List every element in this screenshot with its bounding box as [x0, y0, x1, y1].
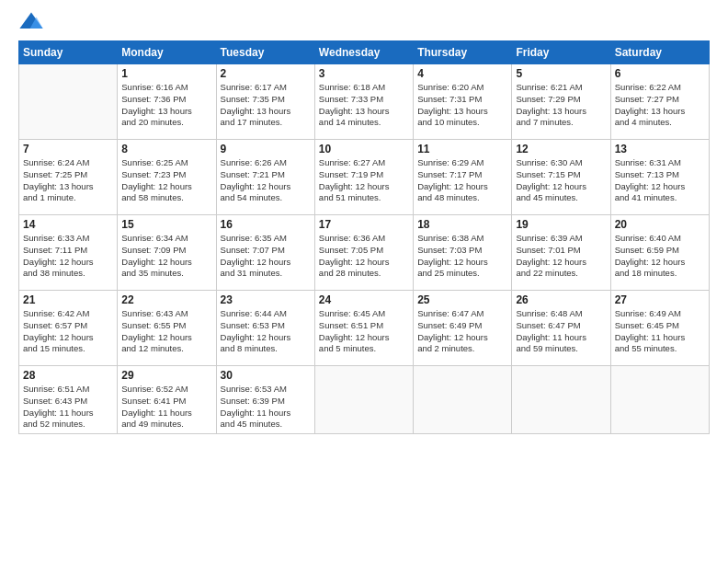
calendar-cell: 7Sunrise: 6:24 AM Sunset: 7:25 PM Daylig…	[19, 140, 118, 215]
day-info: Sunrise: 6:52 AM Sunset: 6:41 PM Dayligh…	[121, 384, 211, 431]
weekday-header: Monday	[118, 41, 216, 64]
day-number: 11	[417, 143, 507, 155]
calendar-cell: 5Sunrise: 6:21 AM Sunset: 7:29 PM Daylig…	[512, 64, 610, 140]
calendar-cell: 23Sunrise: 6:44 AM Sunset: 6:53 PM Dayli…	[216, 291, 314, 366]
day-info: Sunrise: 6:16 AM Sunset: 7:36 PM Dayligh…	[121, 82, 211, 129]
calendar-week-row: 14Sunrise: 6:33 AM Sunset: 7:11 PM Dayli…	[19, 215, 710, 291]
calendar-cell: 21Sunrise: 6:42 AM Sunset: 6:57 PM Dayli…	[19, 291, 118, 366]
calendar-cell: 11Sunrise: 6:29 AM Sunset: 7:17 PM Dayli…	[414, 140, 512, 215]
day-info: Sunrise: 6:17 AM Sunset: 7:35 PM Dayligh…	[221, 82, 311, 129]
calendar-cell: 14Sunrise: 6:33 AM Sunset: 7:11 PM Dayli…	[19, 215, 118, 291]
day-number: 2	[221, 67, 311, 80]
day-number: 3	[319, 67, 409, 80]
calendar-cell: 22Sunrise: 6:43 AM Sunset: 6:55 PM Dayli…	[118, 291, 216, 366]
day-number: 25	[417, 293, 507, 306]
calendar-week-row: 28Sunrise: 6:51 AM Sunset: 6:43 PM Dayli…	[19, 366, 710, 434]
calendar-cell: 28Sunrise: 6:51 AM Sunset: 6:43 PM Dayli…	[19, 366, 118, 434]
day-info: Sunrise: 6:29 AM Sunset: 7:17 PM Dayligh…	[417, 157, 507, 204]
calendar-cell: 15Sunrise: 6:34 AM Sunset: 7:09 PM Dayli…	[118, 215, 216, 291]
weekday-header: Wednesday	[314, 41, 413, 64]
calendar-week-row: 1Sunrise: 6:16 AM Sunset: 7:36 PM Daylig…	[19, 64, 710, 140]
day-info: Sunrise: 6:20 AM Sunset: 7:31 PM Dayligh…	[417, 82, 507, 129]
calendar-cell: 24Sunrise: 6:45 AM Sunset: 6:51 PM Dayli…	[314, 291, 413, 366]
day-number: 4	[417, 67, 507, 80]
day-number: 19	[516, 218, 606, 231]
calendar-cell	[19, 64, 118, 140]
day-number: 12	[516, 143, 606, 155]
calendar-cell: 6Sunrise: 6:22 AM Sunset: 7:27 PM Daylig…	[610, 64, 709, 140]
day-number: 6	[615, 67, 705, 80]
day-info: Sunrise: 6:33 AM Sunset: 7:11 PM Dayligh…	[23, 233, 113, 280]
day-info: Sunrise: 6:34 AM Sunset: 7:09 PM Dayligh…	[121, 233, 211, 280]
calendar-cell: 27Sunrise: 6:49 AM Sunset: 6:45 PM Dayli…	[610, 291, 709, 366]
day-info: Sunrise: 6:36 AM Sunset: 7:05 PM Dayligh…	[319, 233, 409, 280]
calendar-cell	[314, 366, 413, 434]
day-number: 21	[23, 293, 113, 306]
logo-icon	[18, 9, 44, 35]
day-number: 8	[121, 143, 211, 155]
calendar-cell: 2Sunrise: 6:17 AM Sunset: 7:35 PM Daylig…	[216, 64, 314, 140]
calendar-cell	[414, 366, 512, 434]
day-number: 30	[221, 369, 311, 382]
calendar-cell: 30Sunrise: 6:53 AM Sunset: 6:39 PM Dayli…	[216, 366, 314, 434]
weekday-header: Friday	[512, 41, 610, 64]
calendar-cell: 12Sunrise: 6:30 AM Sunset: 7:15 PM Dayli…	[512, 140, 610, 215]
calendar-cell: 16Sunrise: 6:35 AM Sunset: 7:07 PM Dayli…	[216, 215, 314, 291]
day-number: 16	[221, 218, 311, 231]
weekday-header: Saturday	[610, 41, 709, 64]
day-info: Sunrise: 6:53 AM Sunset: 6:39 PM Dayligh…	[221, 384, 311, 431]
day-info: Sunrise: 6:25 AM Sunset: 7:23 PM Dayligh…	[121, 157, 211, 204]
header	[18, 9, 710, 35]
calendar-cell: 4Sunrise: 6:20 AM Sunset: 7:31 PM Daylig…	[414, 64, 512, 140]
day-info: Sunrise: 6:43 AM Sunset: 6:55 PM Dayligh…	[121, 308, 211, 355]
day-info: Sunrise: 6:39 AM Sunset: 7:01 PM Dayligh…	[516, 233, 606, 280]
day-info: Sunrise: 6:26 AM Sunset: 7:21 PM Dayligh…	[221, 157, 311, 204]
calendar-cell: 20Sunrise: 6:40 AM Sunset: 6:59 PM Dayli…	[610, 215, 709, 291]
weekday-header: Thursday	[414, 41, 512, 64]
day-number: 13	[615, 143, 705, 155]
calendar-cell: 17Sunrise: 6:36 AM Sunset: 7:05 PM Dayli…	[314, 215, 413, 291]
day-info: Sunrise: 6:45 AM Sunset: 6:51 PM Dayligh…	[319, 308, 409, 355]
day-info: Sunrise: 6:30 AM Sunset: 7:15 PM Dayligh…	[516, 157, 606, 204]
calendar-cell: 18Sunrise: 6:38 AM Sunset: 7:03 PM Dayli…	[414, 215, 512, 291]
day-info: Sunrise: 6:38 AM Sunset: 7:03 PM Dayligh…	[417, 233, 507, 280]
day-info: Sunrise: 6:35 AM Sunset: 7:07 PM Dayligh…	[221, 233, 311, 280]
day-number: 7	[23, 143, 113, 155]
weekday-header-row: SundayMondayTuesdayWednesdayThursdayFrid…	[19, 41, 710, 64]
calendar-cell: 13Sunrise: 6:31 AM Sunset: 7:13 PM Dayli…	[610, 140, 709, 215]
day-info: Sunrise: 6:31 AM Sunset: 7:13 PM Dayligh…	[615, 157, 705, 204]
day-info: Sunrise: 6:48 AM Sunset: 6:47 PM Dayligh…	[516, 308, 606, 355]
day-number: 24	[319, 293, 409, 306]
day-info: Sunrise: 6:47 AM Sunset: 6:49 PM Dayligh…	[417, 308, 507, 355]
calendar-cell: 3Sunrise: 6:18 AM Sunset: 7:33 PM Daylig…	[314, 64, 413, 140]
day-number: 22	[121, 293, 211, 306]
calendar-cell: 1Sunrise: 6:16 AM Sunset: 7:36 PM Daylig…	[118, 64, 216, 140]
page: SundayMondayTuesdayWednesdayThursdayFrid…	[0, 0, 728, 563]
day-number: 28	[23, 369, 113, 382]
logo	[18, 9, 48, 35]
calendar-cell: 9Sunrise: 6:26 AM Sunset: 7:21 PM Daylig…	[216, 140, 314, 215]
day-number: 26	[516, 293, 606, 306]
day-info: Sunrise: 6:22 AM Sunset: 7:27 PM Dayligh…	[615, 82, 705, 129]
day-number: 9	[221, 143, 311, 155]
day-number: 14	[23, 218, 113, 231]
calendar-cell: 25Sunrise: 6:47 AM Sunset: 6:49 PM Dayli…	[414, 291, 512, 366]
calendar-cell: 29Sunrise: 6:52 AM Sunset: 6:41 PM Dayli…	[118, 366, 216, 434]
calendar-cell: 26Sunrise: 6:48 AM Sunset: 6:47 PM Dayli…	[512, 291, 610, 366]
calendar-cell: 10Sunrise: 6:27 AM Sunset: 7:19 PM Dayli…	[314, 140, 413, 215]
day-number: 23	[221, 293, 311, 306]
day-number: 29	[121, 369, 211, 382]
weekday-header: Tuesday	[216, 41, 314, 64]
calendar-cell: 19Sunrise: 6:39 AM Sunset: 7:01 PM Dayli…	[512, 215, 610, 291]
day-number: 18	[417, 218, 507, 231]
calendar-table: SundayMondayTuesdayWednesdayThursdayFrid…	[18, 40, 710, 434]
day-info: Sunrise: 6:49 AM Sunset: 6:45 PM Dayligh…	[615, 308, 705, 355]
calendar-week-row: 21Sunrise: 6:42 AM Sunset: 6:57 PM Dayli…	[19, 291, 710, 366]
day-info: Sunrise: 6:27 AM Sunset: 7:19 PM Dayligh…	[319, 157, 409, 204]
calendar-cell: 8Sunrise: 6:25 AM Sunset: 7:23 PM Daylig…	[118, 140, 216, 215]
day-number: 5	[516, 67, 606, 80]
day-info: Sunrise: 6:51 AM Sunset: 6:43 PM Dayligh…	[23, 384, 113, 431]
calendar-cell	[610, 366, 709, 434]
calendar-cell	[512, 366, 610, 434]
day-number: 20	[615, 218, 705, 231]
